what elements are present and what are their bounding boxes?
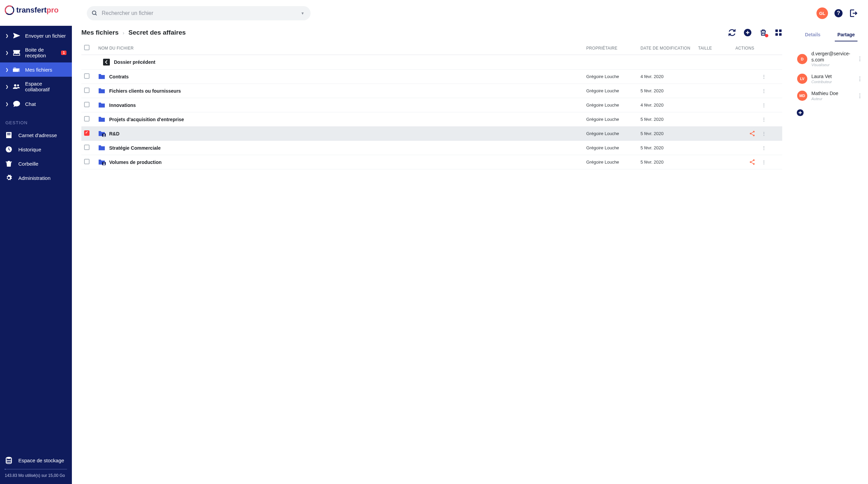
nav-item-folder-open[interactable]: ❯ Mes fichiers [0,62,72,77]
chevron-right-icon: ❯ [5,102,8,106]
file-name: Innovations [109,103,136,108]
refresh-button[interactable] [728,29,736,37]
grid-view-button[interactable] [775,29,782,36]
col-actions: ACTIONS [735,46,780,51]
file-owner: Grégoire Louche [586,117,640,122]
file-name: Projets d'acquisition d'entreprise [109,117,184,122]
share-name: d.verger@service-s.com [811,51,853,63]
search-input[interactable] [87,6,311,20]
more-icon[interactable]: ⋮ [857,93,863,99]
help-button[interactable]: ? [834,9,843,18]
add-button[interactable] [744,29,752,37]
trash-button[interactable] [759,29,767,37]
svg-point-1 [17,85,19,87]
svg-point-23 [750,161,751,163]
add-share-button[interactable] [796,109,861,116]
col-date[interactable]: DATE DE MODIFICATION [640,46,698,51]
table-row[interactable]: Projets d'acquisition d'entreprise Grégo… [81,112,782,127]
select-all-checkbox[interactable] [84,45,90,50]
folder-icon [98,116,105,122]
svg-line-8 [95,14,97,15]
gestion-item-trash[interactable]: Corbeille [0,156,72,171]
tab-details[interactable]: Details [802,30,823,41]
row-checkbox[interactable] [84,145,90,150]
row-checkbox[interactable] [84,130,90,136]
storage-section: Espace de stockage 143.83 Mo utilisé(s) … [0,453,72,484]
add-share [796,109,863,116]
more-icon[interactable]: ⋮ [762,88,766,94]
nav-item-inbox[interactable]: ❯ Boite de reception 1 [0,43,72,62]
more-icon[interactable]: ⋮ [762,160,766,165]
book-icon [5,132,12,138]
share-avatar: LV [797,74,807,84]
gestion-item-book[interactable]: Carnet d'adresse [0,128,72,142]
tab-share[interactable]: Partage [835,30,857,41]
share-name: Mathieu Doe [811,91,853,97]
row-checkbox[interactable] [84,116,90,122]
row-checkbox[interactable] [84,73,90,79]
folder-icon [98,74,105,79]
storage-bar [5,469,67,470]
user-avatar[interactable]: GL [816,7,828,19]
folder-icon [98,131,105,136]
gestion-label: Historique [18,147,41,152]
breadcrumb: Mes fichiers › Secret des affaires [81,29,782,37]
table-row[interactable]: Stratégie Commerciale Grégoire Louche 5 … [81,141,782,155]
more-icon[interactable]: ⋮ [762,74,766,79]
gestion-item-clock[interactable]: Historique [0,142,72,156]
more-icon[interactable]: ⋮ [762,145,766,151]
share-icon[interactable] [749,159,755,165]
svg-point-20 [753,135,755,136]
table-row[interactable]: Innovations Grégoire Louche 4 févr. 2020… [81,98,782,112]
svg-rect-4 [7,134,11,135]
more-icon[interactable]: ⋮ [762,117,766,122]
logo-text: transfertpro [16,6,59,15]
chevron-right-icon: ❯ [5,85,8,89]
share-role: Contributeur [811,80,853,84]
col-name[interactable]: NOM DU FICHIER [96,46,586,51]
svg-point-22 [753,160,755,161]
svg-point-17 [103,134,105,135]
toolbar [728,29,782,37]
inbox-icon [13,50,20,56]
logo[interactable]: transfertpro [0,0,77,26]
nav-item-chat[interactable]: ❯ Chat [0,96,72,111]
row-checkbox[interactable] [84,88,90,93]
search-icon [92,10,98,16]
parent-folder-row[interactable]: Dossier précédent [81,55,782,70]
storage-label: Espace de stockage [18,458,64,463]
table-row[interactable]: Volumes de production Grégoire Louche 5 … [81,155,782,169]
share-avatar: MD [797,91,807,101]
more-icon[interactable]: ⋮ [857,76,863,82]
share-icon[interactable] [749,130,755,137]
table-row[interactable]: Contrats Grégoire Louche 4 févr. 2020 ⋮ [81,70,782,84]
more-icon[interactable]: ⋮ [857,56,863,62]
col-owner[interactable]: PROPRIÉTAIRE [586,46,640,51]
share-role: Auteur [811,97,853,101]
col-size[interactable]: TAILLE [698,46,735,51]
storage-link[interactable]: Espace de stockage [5,453,67,469]
table-row[interactable]: Fichiers clients ou fournisseurs Grégoir… [81,84,782,98]
row-checkbox[interactable] [84,159,90,164]
nav-item-send[interactable]: ❯ Envoyer un fichier [0,29,72,43]
table-row[interactable]: R&D Grégoire Louche 5 févr. 2020 ⋮ [81,127,782,141]
svg-rect-13 [779,30,782,32]
gestion-item-gear[interactable]: Administration [0,171,72,185]
share-item: D d.verger@service-s.com Visualiseur ⋮ [796,48,863,70]
nav-label: Espace collaboratif [25,81,66,92]
gear-icon [5,174,12,181]
chevron-down-icon[interactable]: ▼ [301,11,304,15]
svg-rect-15 [779,33,782,36]
logout-button[interactable] [849,9,858,18]
file-name: Contrats [109,74,129,79]
more-icon[interactable]: ⋮ [762,131,766,136]
badge: 1 [61,51,66,55]
svg-rect-12 [775,30,778,32]
file-date: 5 févr. 2020 [640,117,698,122]
topbar: ▼ GL ? [72,0,868,24]
nav-item-users[interactable]: ❯ Espace collaboratif [0,77,72,96]
more-icon[interactable]: ⋮ [762,103,766,108]
clock-icon [5,146,12,153]
breadcrumb-root[interactable]: Mes fichiers [81,29,119,36]
row-checkbox[interactable] [84,102,90,107]
